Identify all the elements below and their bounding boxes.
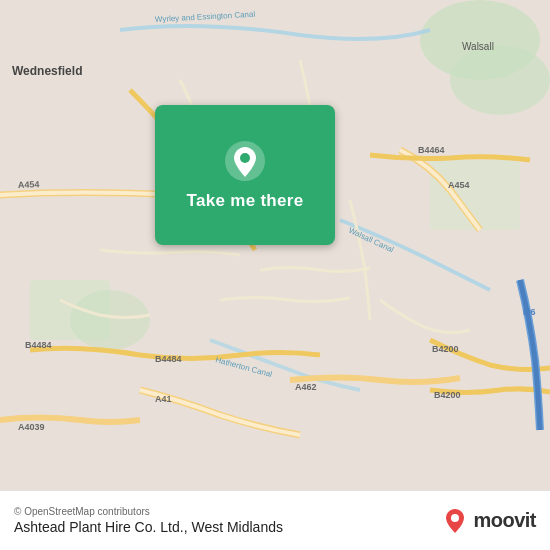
map-container: A454 B4464 A454 B4484 B4484 A41 A4039 A4… <box>0 0 550 490</box>
svg-point-24 <box>451 514 459 522</box>
bottom-info: © OpenStreetMap contributors Ashtead Pla… <box>14 506 283 535</box>
svg-text:B4200: B4200 <box>432 344 459 354</box>
svg-text:A454: A454 <box>18 179 40 190</box>
moovit-pin-icon <box>441 507 469 535</box>
svg-text:B4484: B4484 <box>25 340 52 350</box>
svg-point-2 <box>450 45 550 115</box>
svg-text:A454: A454 <box>448 180 470 190</box>
take-me-label: Take me there <box>187 191 304 211</box>
svg-text:B4484: B4484 <box>155 354 182 364</box>
svg-point-4 <box>70 290 150 350</box>
svg-text:M6: M6 <box>523 307 536 317</box>
location-pin-icon <box>223 139 267 183</box>
svg-text:A41: A41 <box>155 394 172 404</box>
svg-point-23 <box>240 153 250 163</box>
svg-text:A4039: A4039 <box>18 422 45 432</box>
svg-text:B4464: B4464 <box>418 145 445 155</box>
location-name: Ashtead Plant Hire Co. Ltd., West Midlan… <box>14 519 283 535</box>
take-me-card[interactable]: Take me there <box>155 105 335 245</box>
moovit-logo: moovit <box>441 507 536 535</box>
moovit-text: moovit <box>473 509 536 532</box>
svg-text:Wednesfield: Wednesfield <box>12 64 82 78</box>
svg-text:Walsall: Walsall <box>462 41 494 52</box>
svg-text:B4200: B4200 <box>434 390 461 400</box>
svg-text:A462: A462 <box>295 382 317 392</box>
copyright-text: © OpenStreetMap contributors <box>14 506 283 517</box>
bottom-bar: © OpenStreetMap contributors Ashtead Pla… <box>0 490 550 550</box>
